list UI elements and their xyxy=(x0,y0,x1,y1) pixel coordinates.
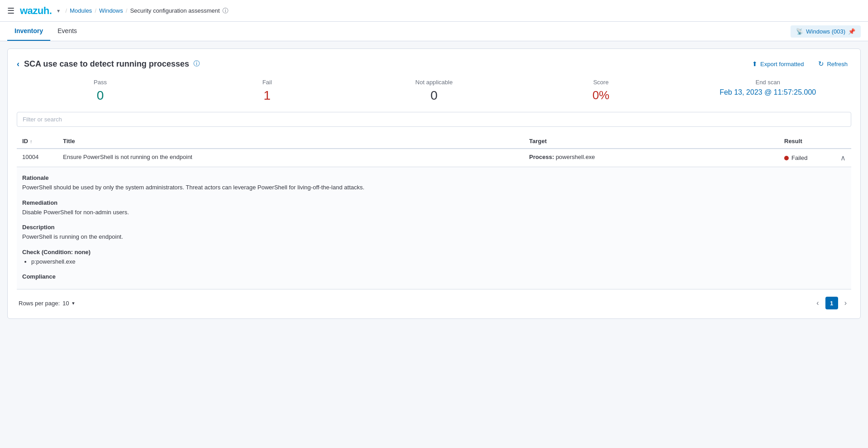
main-content: ‹ SCA use case to detect running process… xyxy=(0,41,868,326)
col-result: Result xyxy=(779,134,851,149)
fail-value: 1 xyxy=(183,88,350,103)
fail-label: Fail xyxy=(183,79,350,86)
top-nav: ☰ wazuh. ▾ / Modules / Windows / Securit… xyxy=(0,0,868,22)
expanded-cell: Rationale PowerShell should be used by o… xyxy=(17,167,851,289)
next-page-button[interactable]: › xyxy=(842,297,849,309)
target-value: powershell.exe xyxy=(556,154,595,160)
description-content: PowerShell is running on the endpoint. xyxy=(22,232,846,241)
agent-label: Windows (003) xyxy=(806,28,845,35)
prev-page-button[interactable]: ‹ xyxy=(814,297,821,309)
table-row: 10004 Ensure PowerShell is not running o… xyxy=(17,149,851,167)
refresh-button[interactable]: ↻ Refresh xyxy=(815,58,851,70)
rationale-section: Rationale PowerShell should be used by o… xyxy=(22,174,846,192)
remediation-title: Remediation xyxy=(22,199,846,206)
sort-id-icon[interactable]: ↑ xyxy=(30,139,33,144)
refresh-icon: ↻ xyxy=(818,60,824,68)
endscan-date: Feb 13, 2023 @ 11:57:25.000 xyxy=(685,88,851,96)
check-title: Check (Condition: none) xyxy=(22,249,846,255)
export-formatted-button[interactable]: ⬆ Export formatted xyxy=(748,58,807,69)
col-target: Target xyxy=(524,134,779,149)
stat-score: Score 0% xyxy=(517,79,684,102)
tabs-bar: Inventory Events 📡 Windows (003) 📌 xyxy=(0,22,868,41)
agent-badge[interactable]: 📡 Windows (003) 📌 xyxy=(791,25,861,38)
tab-events[interactable]: Events xyxy=(50,22,84,41)
endscan-label: End scan xyxy=(685,79,851,86)
rationale-content: PowerShell should be used by only the sy… xyxy=(22,183,846,192)
back-button[interactable]: ‹ xyxy=(17,59,19,69)
breadcrumb-modules[interactable]: Modules xyxy=(70,7,92,14)
rationale-title: Rationale xyxy=(22,174,846,181)
cell-title: Ensure PowerShell is not running on the … xyxy=(58,149,524,167)
expand-chevron[interactable]: ∧ xyxy=(840,154,846,162)
check-content: p:powershell.exe xyxy=(22,257,846,266)
page-controls: ‹ 1 › xyxy=(814,297,849,309)
cell-result: Failed ∧ xyxy=(779,149,851,167)
remediation-content: Disable PowerShell for non-admin users. xyxy=(22,208,846,217)
table-header-row: ID ↑ Title Target Result xyxy=(17,134,851,149)
target-label: Process: xyxy=(529,154,554,160)
hamburger-menu[interactable]: ☰ xyxy=(7,6,14,16)
stat-endscan: End scan Feb 13, 2023 @ 11:57:25.000 xyxy=(685,79,851,96)
stat-pass: Pass 0 xyxy=(17,79,183,103)
card-title-info-icon[interactable]: ⓘ xyxy=(193,60,200,68)
breadcrumb-windows[interactable]: Windows xyxy=(99,7,123,14)
sca-card: ‹ SCA use case to detect running process… xyxy=(7,48,861,319)
tabs: Inventory Events xyxy=(7,22,84,41)
score-value: 0% xyxy=(517,88,684,102)
card-header-left: ‹ SCA use case to detect running process… xyxy=(17,59,200,69)
stats-row: Pass 0 Fail 1 Not applicable 0 Score 0% … xyxy=(17,79,851,103)
remediation-section: Remediation Disable PowerShell for non-a… xyxy=(22,199,846,217)
description-title: Description xyxy=(22,224,846,231)
pass-value: 0 xyxy=(17,88,183,103)
breadcrumb: / Modules / Windows / Security configura… xyxy=(65,7,228,15)
pagination-bar: Rows per page: 10 ▾ ‹ 1 › xyxy=(17,291,851,309)
card-title: SCA use case to detect running processes xyxy=(24,59,189,69)
wazuh-logo: wazuh. xyxy=(20,5,52,17)
failed-dot xyxy=(784,156,789,160)
score-label: Score xyxy=(517,79,684,86)
rows-per-page[interactable]: Rows per page: 10 ▾ xyxy=(19,300,75,307)
check-item: p:powershell.exe xyxy=(31,257,846,266)
agent-icon: 📡 xyxy=(796,28,803,35)
filter-bar[interactable]: Filter or search xyxy=(17,112,851,127)
rows-per-page-chevron[interactable]: ▾ xyxy=(72,300,75,306)
rows-per-page-value: 10 xyxy=(63,300,69,307)
export-label: Export formatted xyxy=(760,61,804,67)
breadcrumb-current: Security configuration assessment xyxy=(130,7,220,14)
refresh-label: Refresh xyxy=(827,61,848,67)
card-header-right: ⬆ Export formatted ↻ Refresh xyxy=(748,58,851,70)
na-value: 0 xyxy=(351,88,517,103)
expanded-row: Rationale PowerShell should be used by o… xyxy=(17,167,851,289)
description-section: Description PowerShell is running on the… xyxy=(22,224,846,241)
col-title: Title xyxy=(58,134,524,149)
check-section: Check (Condition: none) p:powershell.exe xyxy=(22,249,846,266)
compliance-title: Compliance xyxy=(22,273,846,280)
tab-inventory[interactable]: Inventory xyxy=(7,22,50,41)
cell-id: 10004 xyxy=(17,149,58,167)
breadcrumb-info-icon[interactable]: ⓘ xyxy=(222,7,228,15)
cell-target: Process: powershell.exe xyxy=(524,149,779,167)
current-page[interactable]: 1 xyxy=(825,297,838,309)
nav-dropdown-chevron[interactable]: ▾ xyxy=(57,8,60,14)
stat-na: Not applicable 0 xyxy=(351,79,517,103)
rows-per-page-label: Rows per page: xyxy=(19,300,60,307)
pass-label: Pass xyxy=(17,79,183,86)
results-table: ID ↑ Title Target Result 10004 Ensure Po… xyxy=(17,134,851,289)
pin-icon: 📌 xyxy=(848,28,855,35)
compliance-section: Compliance xyxy=(22,273,846,280)
stat-fail: Fail 1 xyxy=(183,79,350,103)
export-icon: ⬆ xyxy=(752,60,757,67)
col-id: ID ↑ xyxy=(17,134,58,149)
na-label: Not applicable xyxy=(351,79,517,86)
result-text: Failed xyxy=(791,154,807,161)
card-header: ‹ SCA use case to detect running process… xyxy=(17,58,851,70)
